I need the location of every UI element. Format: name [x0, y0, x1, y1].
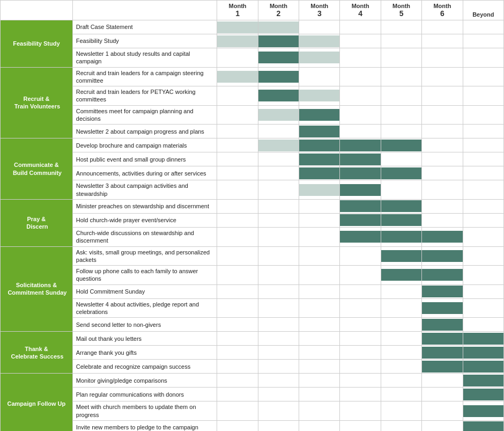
bar-fill [217, 90, 257, 101]
month-cell [381, 360, 421, 374]
month-cell [340, 318, 381, 332]
month-cell [422, 284, 463, 298]
table-row: Newsletter 3 about campaign activities a… [1, 180, 504, 200]
task-cell: Host public event and small group dinner… [72, 152, 217, 166]
bar-fill [422, 231, 462, 243]
bar-fill [463, 286, 503, 297]
month-cell [217, 374, 258, 388]
table-row: Follow up phone calls to each family to … [1, 266, 504, 285]
month-cell [217, 180, 258, 200]
month-cell [463, 67, 503, 86]
month-cell [258, 346, 299, 360]
bar-fill [299, 140, 339, 151]
month-cell [422, 388, 463, 401]
bar-fill [217, 333, 257, 345]
bar-fill [299, 21, 339, 33]
month-cell [381, 180, 421, 200]
bar-fill [299, 421, 339, 431]
month-cell [381, 199, 421, 213]
bar-fill [463, 90, 503, 101]
month-cell [340, 152, 381, 166]
bar-fill [340, 347, 380, 359]
task-cell: Recruit and train leaders for a campaign… [72, 67, 217, 86]
header-task-col [72, 1, 217, 20]
month-cell [422, 180, 463, 200]
month-cell [422, 318, 463, 332]
bar-fill [463, 200, 503, 212]
month-cell [299, 374, 340, 388]
bar-fill [217, 126, 257, 137]
bar-fill [422, 35, 462, 47]
table-row: Meet with church members to update them … [1, 401, 504, 421]
month-cell [381, 105, 421, 125]
bar-fill [381, 286, 421, 297]
month-cell [381, 388, 421, 401]
month-cell [422, 138, 463, 152]
month-cell [422, 20, 463, 34]
bar-fill [217, 184, 257, 196]
header-month5: Month 5 [381, 1, 421, 20]
month-cell [217, 298, 258, 318]
table-row: Hold church-wide prayer event/service [1, 213, 504, 227]
bar-fill [422, 71, 462, 83]
bar-fill [258, 302, 299, 314]
header-month4: Month 4 [340, 1, 381, 20]
section-label: Communicate & Build Community [1, 138, 73, 200]
bar-fill [422, 302, 462, 314]
month-cell [463, 227, 503, 246]
bar-fill [217, 140, 257, 151]
bar-fill [217, 302, 257, 314]
bar-fill [463, 269, 503, 281]
bar-fill [381, 90, 421, 101]
table-row: Host public event and small group dinner… [1, 152, 504, 166]
bar-fill [258, 200, 299, 212]
month-cell [463, 284, 503, 298]
header-label-col [1, 1, 73, 20]
month-cell [422, 34, 463, 48]
header-row: Month 1 Month 2 Month 3 Month 4 Month [1, 1, 504, 20]
month-cell [381, 246, 421, 266]
month-cell [422, 374, 463, 388]
bar-fill [258, 140, 299, 151]
bar-fill [299, 302, 339, 314]
bar-fill [381, 231, 421, 243]
bar-fill [340, 250, 380, 262]
table-row: Invite new members to pledge to the camp… [1, 420, 504, 431]
bar-fill [217, 405, 257, 417]
month-cell [299, 138, 340, 152]
bar-fill [258, 421, 299, 431]
month-cell [217, 318, 258, 332]
bar-fill [463, 302, 503, 314]
bar-fill [299, 319, 339, 331]
task-cell: Arrange thank you gifts [72, 346, 217, 360]
month-cell [422, 67, 463, 86]
month-cell [258, 374, 299, 388]
month-cell [422, 360, 463, 374]
bar-fill [258, 231, 299, 243]
bar-fill [381, 347, 421, 359]
month-cell [217, 67, 258, 86]
month-cell [463, 360, 503, 374]
bar-fill [381, 126, 421, 137]
month-cell [340, 199, 381, 213]
table-row: Communicate & Build CommunityDevelop bro… [1, 138, 504, 152]
bar-fill [463, 361, 503, 372]
month-cell [340, 213, 381, 227]
table-row: Recruit & Train VolunteersRecruit and tr… [1, 67, 504, 86]
bar-fill [463, 231, 503, 243]
bar-fill [217, 200, 257, 212]
bar-fill [258, 389, 299, 400]
bar-fill [381, 109, 421, 121]
month-cell [340, 266, 381, 285]
bar-fill [340, 269, 380, 281]
month-cell [340, 246, 381, 266]
bar-fill [381, 184, 421, 196]
table-row: Arrange thank you gifts [1, 346, 504, 360]
bar-fill [463, 52, 503, 63]
bar-fill [422, 154, 462, 165]
bar-fill [258, 154, 299, 165]
bar-fill [299, 90, 339, 101]
section-label: Feasibility Study [1, 20, 73, 68]
month-cell [381, 332, 421, 346]
month-cell [463, 401, 503, 421]
